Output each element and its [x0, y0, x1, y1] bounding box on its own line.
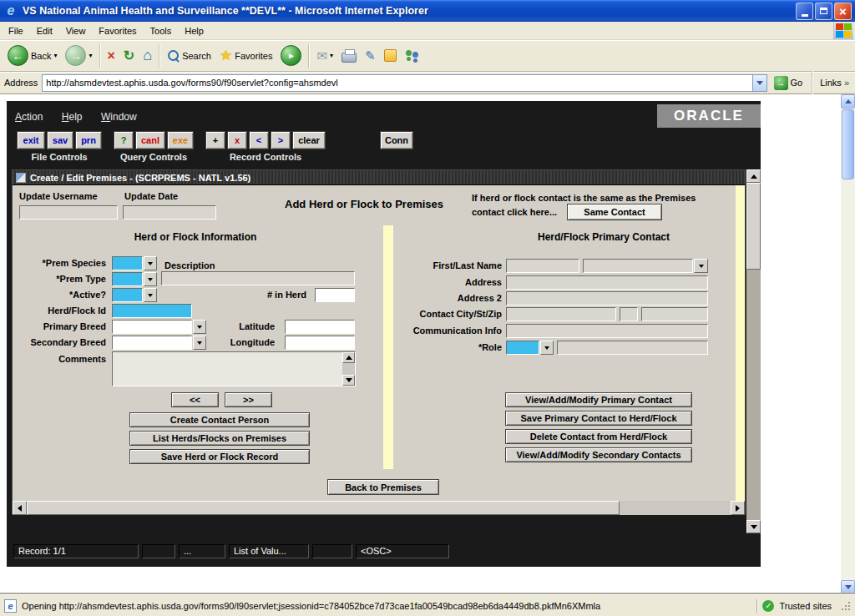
back-to-premises-button[interactable]: Back to Premises [327, 479, 439, 495]
secondary-breed-dropdown[interactable] [193, 336, 206, 350]
role-field[interactable] [506, 341, 539, 355]
minimize-button[interactable] [796, 3, 813, 20]
messenger-button[interactable] [401, 47, 424, 65]
stop-button[interactable]: × [104, 46, 119, 66]
prem-type-dropdown[interactable] [144, 272, 157, 286]
form-horizontal-scrollbar[interactable] [13, 501, 745, 515]
scroll-right-button[interactable] [731, 501, 745, 515]
comments-scrollbar[interactable] [342, 352, 355, 386]
description-field[interactable] [161, 271, 355, 285]
go-button[interactable]: → Go [772, 76, 806, 90]
discuss-button[interactable] [380, 47, 401, 64]
primary-breed-field[interactable] [112, 320, 192, 334]
update-date-field[interactable] [123, 205, 216, 220]
scroll-down-button[interactable] [342, 375, 355, 386]
save-primary-contact-button[interactable]: Save Primary Contact to Herd/Flock [505, 411, 692, 426]
menu-view[interactable]: View [59, 23, 93, 38]
scroll-up-button[interactable] [841, 94, 855, 109]
active-dropdown[interactable] [144, 288, 157, 302]
print-button[interactable] [337, 47, 361, 65]
edit-button[interactable]: ✎ [361, 46, 380, 66]
previous-herd-button[interactable]: << [171, 392, 219, 407]
last-name-field[interactable] [583, 259, 693, 273]
conn-button[interactable]: Conn [380, 131, 413, 149]
scroll-down-button[interactable] [746, 520, 761, 533]
list-herds-flocks-button[interactable]: List Herds/Flocks on Premises [129, 431, 310, 446]
add-record-button[interactable]: + [205, 131, 225, 149]
forward-dropdown-icon[interactable]: ▾ [89, 52, 92, 59]
save-herd-flock-button[interactable]: Save Herd or Flock Record [129, 449, 310, 464]
links-button[interactable]: Links » [820, 78, 851, 88]
contact-address2-field[interactable] [506, 291, 708, 305]
clear-button[interactable]: clear [292, 131, 326, 149]
menu-edit[interactable]: Edit [30, 23, 59, 38]
prem-type-field[interactable] [112, 272, 143, 286]
scroll-up-button[interactable] [342, 352, 355, 363]
close-button[interactable]: × [834, 3, 852, 20]
delete-record-button[interactable]: x [227, 131, 247, 149]
contact-state-field[interactable] [620, 307, 638, 321]
back-dropdown-icon[interactable]: ▾ [53, 52, 57, 59]
horizontal-scroll-thumb[interactable] [27, 501, 620, 515]
address-input[interactable]: http://ahsmdevtest.aphis.usda.gov/forms9… [42, 74, 766, 92]
resize-grip[interactable] [840, 600, 851, 611]
prem-species-dropdown[interactable] [144, 256, 157, 270]
prem-species-field[interactable] [112, 256, 143, 270]
view-add-modify-primary-contact-button[interactable]: View/Add/Modify Primary Contact [505, 392, 692, 407]
scroll-up-button[interactable] [746, 169, 761, 183]
contact-city-field[interactable] [506, 307, 616, 321]
browser-vertical-scrollbar[interactable] [841, 94, 855, 594]
scroll-left-button[interactable] [13, 501, 27, 515]
home-button[interactable]: ⌂ [139, 44, 156, 67]
contact-name-dropdown[interactable] [694, 259, 708, 273]
back-button[interactable]: ← Back ▾ [3, 43, 61, 68]
contact-address-field[interactable] [506, 275, 708, 290]
primary-breed-dropdown[interactable] [193, 320, 206, 334]
scroll-down-button[interactable] [841, 580, 855, 594]
first-name-field[interactable] [506, 259, 579, 273]
enter-query-button[interactable]: ? [114, 131, 134, 149]
applet-vertical-scrollbar[interactable] [746, 169, 761, 533]
applet-menu-window[interactable]: Window [101, 111, 137, 123]
herd-flock-id-field[interactable] [112, 304, 192, 318]
delete-contact-button[interactable]: Delete Contact from Herd/Flock [505, 429, 692, 444]
menu-favorites[interactable]: Favorites [92, 23, 143, 38]
communication-info-field[interactable] [506, 324, 708, 338]
media-button[interactable]: ► [276, 43, 306, 68]
latitude-field[interactable] [285, 320, 355, 334]
active-field[interactable] [112, 288, 143, 302]
contact-zip-field[interactable] [641, 307, 708, 321]
previous-record-button[interactable]: < [249, 131, 269, 149]
applet-menu-action[interactable]: Action [15, 111, 43, 123]
secondary-breed-field[interactable] [112, 336, 192, 350]
execute-query-button[interactable]: exe [167, 131, 194, 149]
menu-help[interactable]: Help [178, 23, 210, 38]
refresh-button[interactable]: ↻ [119, 45, 139, 66]
mail-dropdown-icon[interactable]: ▾ [330, 52, 333, 59]
favorites-button[interactable]: ★ Favorites [215, 44, 277, 67]
update-username-field[interactable] [19, 205, 118, 220]
vertical-scroll-thumb[interactable] [842, 109, 854, 179]
view-add-modify-secondary-contacts-button[interactable]: View/Add/Modify Secondary Contacts [505, 447, 692, 462]
applet-menu-help[interactable]: Help [62, 111, 83, 123]
comments-field[interactable] [112, 351, 356, 386]
create-contact-person-button[interactable]: Create Contact Person [129, 412, 310, 427]
save-button[interactable]: sav [47, 131, 73, 149]
mail-button[interactable]: ✉ ▾ [312, 46, 337, 66]
in-herd-field[interactable] [315, 288, 355, 302]
longitude-field[interactable] [285, 336, 355, 350]
menu-tools[interactable]: Tools [144, 23, 179, 38]
forward-button[interactable]: → ▾ [61, 43, 96, 68]
menu-file[interactable]: File [2, 23, 30, 38]
next-herd-button[interactable]: >> [225, 392, 272, 407]
role-description-field[interactable] [557, 341, 708, 355]
same-contact-button[interactable]: Same Contact [567, 204, 662, 220]
role-dropdown[interactable] [540, 341, 554, 355]
cancel-query-button[interactable]: canl [135, 131, 165, 149]
maximize-button[interactable] [815, 3, 832, 20]
search-button[interactable]: Search [163, 47, 215, 64]
exit-button[interactable]: exit [17, 131, 45, 149]
address-dropdown-button[interactable] [752, 75, 766, 91]
vertical-scroll-thumb[interactable] [746, 183, 761, 270]
print-record-button[interactable]: prn [75, 131, 102, 149]
